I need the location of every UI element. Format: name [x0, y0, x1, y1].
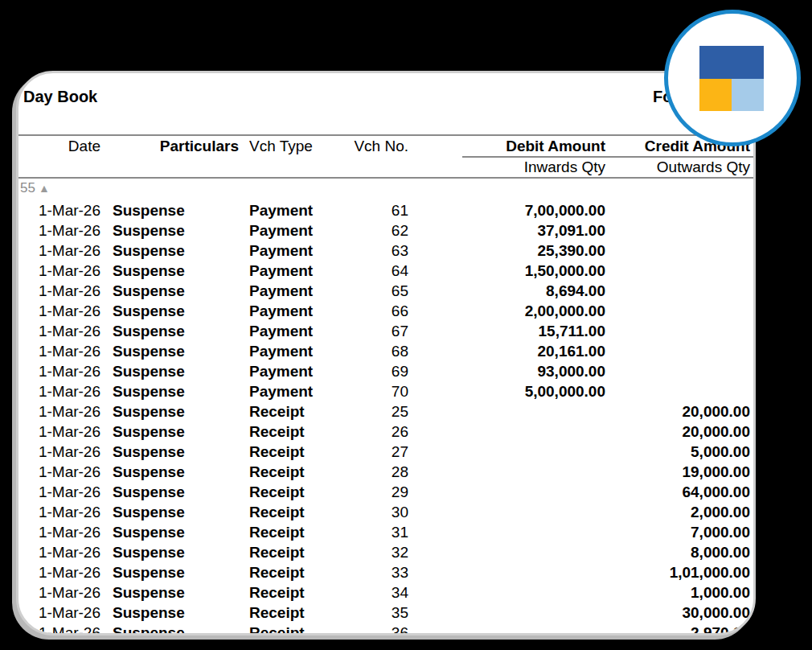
logo-yellow-square — [699, 79, 732, 111]
table-row[interactable]: 1-Mar-26SuspensePayment641,50,000.00 — [18, 261, 753, 281]
cell-credit-amount: 30,000.00 — [605, 603, 750, 623]
cell-vch-no: 65 — [338, 281, 408, 301]
table-row[interactable]: 1-Mar-26SuspenseReceipt317,000.00 — [18, 522, 753, 542]
cell-debit-amount — [408, 522, 605, 542]
table-subheader-row: Inwards Qty Outwards Qty — [18, 158, 753, 176]
cell-credit-amount — [605, 301, 750, 321]
cell-vch-no: 64 — [338, 261, 408, 281]
table-row[interactable]: 1-Mar-26SuspensePayment6325,390.00 — [18, 241, 753, 261]
cell-credit-amount — [605, 200, 750, 220]
cell-debit-amount: 20,161.00 — [408, 341, 605, 361]
cell-vch-type: Payment — [249, 341, 338, 361]
cell-particulars: Suspense — [100, 462, 249, 482]
cell-credit-amount: 20,000.00 — [605, 401, 750, 422]
table-row[interactable]: 1-Mar-26SuspensePayment658,694.00 — [18, 281, 753, 301]
cell-vch-no: 31 — [338, 522, 408, 542]
cell-particulars: Suspense — [100, 603, 249, 623]
cell-vch-type: Payment — [249, 361, 338, 381]
cell-particulars: Suspense — [100, 562, 249, 582]
cell-vch-type: Payment — [249, 381, 338, 401]
table-row[interactable]: 1-Mar-26SuspensePayment705,00,000.00 — [18, 381, 753, 401]
table-row[interactable]: 1-Mar-26SuspenseReceipt328,000.00 — [18, 542, 753, 562]
cell-particulars: Suspense — [100, 482, 249, 502]
table-row[interactable]: 1-Mar-26SuspensePayment6715,711.00 — [18, 321, 753, 341]
cell-date: 1-Mar-26 — [26, 220, 100, 241]
cell-vch-no: 25 — [338, 401, 408, 422]
cell-vch-no: 62 — [338, 220, 408, 241]
cell-vch-type: Receipt — [249, 502, 338, 522]
table-row[interactable]: 1-Mar-26SuspenseReceipt331,01,000.00 — [18, 562, 753, 582]
cell-particulars: Suspense — [100, 321, 249, 341]
cell-vch-no: 30 — [338, 502, 408, 522]
table-row[interactable]: 1-Mar-26SuspensePayment662,00,000.00 — [18, 301, 753, 321]
cell-vch-no: 66 — [338, 301, 408, 321]
cell-vch-type: Payment — [249, 220, 338, 241]
cell-date: 1-Mar-26 — [26, 422, 100, 442]
cell-debit-amount: 15,711.00 — [408, 321, 605, 341]
column-subheader-inwards-qty: Inwards Qty — [408, 158, 605, 176]
cell-date: 1-Mar-26 — [26, 241, 100, 261]
cell-particulars: Suspense — [100, 422, 249, 442]
column-header-debit-amount: Debit Amount — [408, 137, 605, 155]
table-row[interactable]: 1-Mar-26SuspenseReceipt275,000.00 — [18, 442, 753, 462]
table-row[interactable]: 1-Mar-26SuspenseReceipt2620,000.00 — [18, 422, 753, 442]
cell-debit-amount: 93,000.00 — [408, 361, 605, 381]
table-row[interactable]: 1-Mar-26SuspenseReceipt3530,000.00 — [18, 603, 753, 623]
cell-vch-no: 35 — [338, 603, 408, 623]
table-row[interactable]: 1-Mar-26SuspensePayment6237,091.00 — [18, 220, 753, 241]
cell-date: 1-Mar-26 — [26, 582, 100, 603]
cell-credit-amount: 5,000.00 — [605, 442, 750, 462]
cell-credit-amount — [605, 361, 750, 381]
cell-date: 1-Mar-26 — [26, 502, 100, 522]
cell-debit-amount: 37,091.00 — [408, 220, 605, 241]
day-book-window: Day Book Fo Date Particulars Vch Type Vc… — [16, 71, 756, 636]
table-row[interactable]: 1-Mar-26SuspensePayment617,00,000.00 — [18, 200, 753, 220]
cell-vch-no: 29 — [338, 482, 408, 502]
table-row[interactable]: 1-Mar-26SuspenseReceipt341,000.00 — [18, 582, 753, 603]
cell-debit-amount — [408, 562, 605, 582]
cell-vch-type: Receipt — [249, 482, 338, 502]
cell-vch-no: 68 — [338, 341, 408, 361]
cell-credit-amount — [605, 321, 750, 341]
cell-vch-no: 61 — [338, 200, 408, 220]
cell-debit-amount: 2,00,000.00 — [408, 301, 605, 321]
table-header-row: Date Particulars Vch Type Vch No. Debit … — [18, 137, 753, 155]
cell-debit-amount — [408, 482, 605, 502]
cell-date: 1-Mar-26 — [26, 603, 100, 623]
cell-vch-no: 33 — [338, 562, 408, 582]
table-row[interactable]: 1-Mar-26SuspensePayment6820,161.00 — [18, 341, 753, 361]
cell-debit-amount: 1,50,000.00 — [408, 261, 605, 281]
cell-vch-type: Receipt — [249, 623, 338, 636]
cell-vch-type: Receipt — [249, 422, 338, 442]
table-row[interactable]: 1-Mar-26SuspensePayment6993,000.00 — [18, 361, 753, 381]
cell-credit-amount — [605, 241, 750, 261]
column-subheader-outwards-qty: Outwards Qty — [605, 158, 750, 176]
cell-vch-no: 70 — [338, 381, 408, 401]
cell-credit-amount: 7,000.00 — [605, 522, 750, 542]
table-row[interactable]: 1-Mar-26SuspenseReceipt2819,000.00 — [18, 462, 753, 482]
cell-debit-amount — [408, 582, 605, 603]
table-row[interactable]: 1-Mar-26SuspenseReceipt2520,000.00 — [18, 401, 753, 422]
cell-credit-amount — [605, 220, 750, 241]
cell-particulars: Suspense — [100, 341, 249, 361]
cell-debit-amount: 8,694.00 — [408, 281, 605, 301]
cell-credit-amount: 1,01,000.00 — [605, 562, 750, 582]
cell-credit-amount: 1,000.00 — [605, 582, 750, 603]
column-header-vch-type: Vch Type — [249, 137, 338, 155]
cell-vch-type: Payment — [249, 241, 338, 261]
cell-particulars: Suspense — [100, 200, 249, 220]
cell-vch-no: 63 — [338, 241, 408, 261]
table-row[interactable]: 1-Mar-26SuspenseReceipt362,970.00 — [18, 623, 753, 636]
table-row[interactable]: 1-Mar-26SuspenseReceipt2964,000.00 — [18, 482, 753, 502]
cell-vch-type: Payment — [249, 321, 338, 341]
scroll-up-icon[interactable]: ▲ — [39, 182, 50, 195]
cell-debit-amount — [408, 401, 605, 422]
cell-debit-amount: 7,00,000.00 — [408, 200, 605, 220]
cell-credit-amount — [605, 381, 750, 401]
logo-light-blue-square — [732, 79, 764, 111]
cell-vch-type: Receipt — [249, 542, 338, 562]
cell-credit-amount: 64,000.00 — [605, 482, 750, 502]
cell-vch-no: 27 — [338, 442, 408, 462]
table-row[interactable]: 1-Mar-26SuspenseReceipt302,000.00 — [18, 502, 753, 522]
cell-particulars: Suspense — [100, 502, 249, 522]
